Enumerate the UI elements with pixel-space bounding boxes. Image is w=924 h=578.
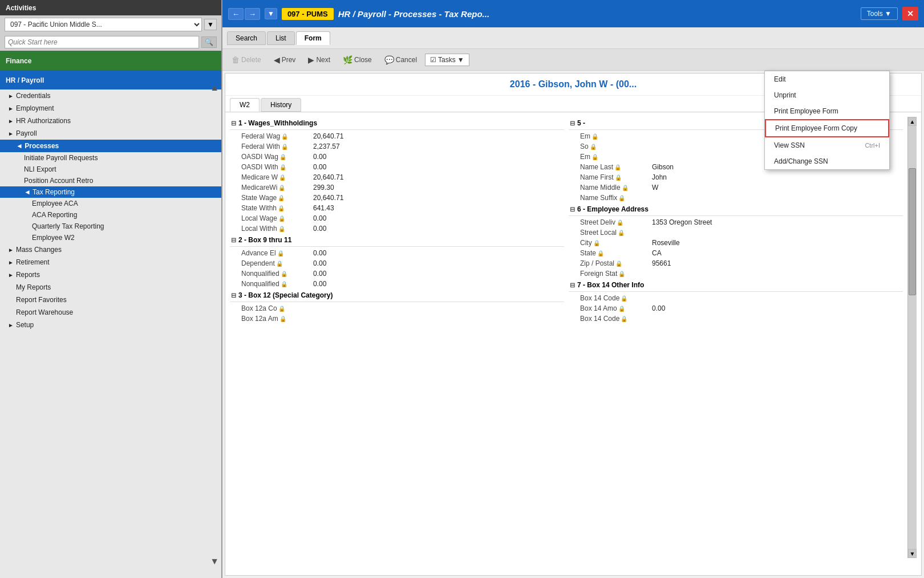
row-city: City 🔒 Roseville (569, 238, 903, 248)
chevron-icon: ► (8, 322, 14, 328)
section-7-header: ⊟ 7 - Box 14 Other Info (569, 279, 903, 292)
row-federal-with: Federal With 🔒 2,237.57 (230, 141, 564, 152)
sidebar-item-reports[interactable]: ► Reports (0, 268, 221, 281)
sidebar-item-quarterly-tax[interactable]: Quarterly Tax Reporting (0, 221, 221, 232)
sidebar-item-report-warehouse[interactable]: Report Warehouse (0, 306, 221, 319)
main-content: ← → ▼ 097 - PUMS HR / Payroll - Processe… (222, 0, 924, 578)
tasks-dropdown-menu: Edit Unprint Print Employee Form Print E… (764, 71, 890, 170)
row-advance-el: Advance El 🔒 0.00 (230, 248, 564, 258)
section-6-toggle[interactable]: ⊟ (570, 206, 575, 213)
scroll-down-button[interactable]: ▼ (908, 549, 917, 558)
page-title: HR / Payroll - Processes - Tax Repo... (338, 9, 856, 19)
dropdown-item-print-employee-form[interactable]: Print Employee Form (765, 103, 889, 119)
sidebar-item-employment[interactable]: ► Employment (0, 102, 221, 115)
sidebar-item-mass-changes[interactable]: ► Mass Changes (0, 243, 221, 256)
activities-label: Activities (6, 4, 36, 12)
sidebar-item-aca-reporting[interactable]: ACA Reporting (0, 209, 221, 221)
row-state: State 🔒 CA (569, 248, 903, 258)
sidebar-item-report-favorites[interactable]: Report Favorites (0, 294, 221, 306)
sidebar-item-tax-reporting[interactable]: ◄ Tax Reporting (0, 186, 221, 198)
row-oasdi-with: OASDI With 🔒 0.00 (230, 162, 564, 172)
scroll-thumb[interactable] (909, 168, 916, 295)
row-box12a-code: Box 12a Co 🔒 (230, 303, 564, 314)
title-dropdown-button[interactable]: ▼ (265, 8, 277, 19)
close-window-button[interactable]: ✕ (902, 7, 918, 21)
sidebar-item-employee-aca[interactable]: Employee ACA (0, 198, 221, 209)
scroll-track[interactable] (908, 126, 917, 549)
scroll-up-button[interactable]: ▲ (908, 117, 917, 126)
dropdown-item-unprint[interactable]: Unprint (765, 87, 889, 103)
sidebar-item-nli-export[interactable]: NLI Export (0, 164, 221, 175)
sidebar-item-processes[interactable]: ◄ Processes (0, 140, 221, 152)
prev-icon: ◀ (274, 55, 280, 64)
next-button[interactable]: ▶ Next (303, 54, 335, 66)
dropdown-item-add-change-ssn[interactable]: Add/Change SSN (765, 153, 889, 169)
quickstart-row: 🔍 (0, 34, 221, 51)
back-button[interactable]: ← (228, 8, 244, 20)
sidebar-item-position-account-retro[interactable]: Position Account Retro (0, 175, 221, 186)
row-local-wage: Local Wage 🔒 0.00 (230, 213, 564, 223)
vertical-scrollbar[interactable]: ▲ ▼ (907, 117, 917, 558)
close-button[interactable]: 🌿 Close (338, 54, 376, 66)
row-medicare-w: Medicare W 🔒 20,640.71 (230, 172, 564, 182)
sidebar-item-credentials[interactable]: ► Credentials (0, 89, 221, 102)
row-street-deliv: Street Deliv 🔒 1353 Oregon Street (569, 217, 903, 227)
row-federal-wage: Federal Wag 🔒 20,640.71 (230, 131, 564, 141)
dropdown-item-view-ssn[interactable]: View SSN Ctrl+I (765, 137, 889, 153)
row-state-wage: State Wage 🔒 20,640.71 (230, 193, 564, 203)
sidebar-item-retirement[interactable]: ► Retirement (0, 256, 221, 268)
section-7-label: 7 - Box 14 Other Info (577, 281, 644, 289)
sidebar-item-employee-w2[interactable]: Employee W2 (0, 232, 221, 243)
section-2-toggle[interactable]: ⊟ (231, 237, 236, 244)
tab-search[interactable]: Search (227, 31, 266, 45)
dropdown-item-print-employee-form-copy[interactable]: Print Employee Form Copy (765, 119, 889, 137)
section-3-toggle[interactable]: ⊟ (231, 292, 236, 299)
sidebar-item-payroll[interactable]: ► Payroll (0, 127, 221, 140)
form-tab-history[interactable]: History (261, 98, 301, 112)
row-street-local: Street Local 🔒 (569, 227, 903, 238)
forward-button[interactable]: → (245, 8, 260, 20)
org-row: 097 - Pacific Union Middle S... ▼ (0, 15, 221, 34)
quickstart-input[interactable] (5, 36, 199, 48)
sidebar-scroll-down-arrow[interactable]: ▼ (210, 556, 219, 567)
tab-toolbar: Search List Form (222, 27, 924, 49)
sidebar-scroll-up-arrow[interactable]: ▲ (210, 83, 219, 93)
sidebar-item-initiate-payroll[interactable]: Initiate Payroll Requests (0, 152, 221, 164)
delete-button[interactable]: 🗑 Delete (227, 54, 266, 66)
chevron-icon: ► (8, 247, 14, 253)
row-state-withh: State Withh 🔒 641.43 (230, 203, 564, 213)
finance-section-header: Finance (0, 51, 221, 70)
org-select[interactable]: 097 - Pacific Union Middle S... (5, 18, 202, 31)
section-3-header: ⊟ 3 - Box 12 (Special Category) (230, 289, 564, 302)
section-1-toggle[interactable]: ⊟ (231, 120, 236, 127)
sidebar-item-hr-auth[interactable]: ► HR Authorizations (0, 115, 221, 127)
tab-list[interactable]: List (267, 31, 295, 45)
cancel-button[interactable]: 💬 Cancel (380, 54, 422, 66)
sidebar-search-btn[interactable]: 🔍 (201, 36, 217, 48)
sidebar-item-my-reports[interactable]: My Reports (0, 281, 221, 294)
section-7-toggle[interactable]: ⊟ (570, 282, 575, 289)
sidebar-item-setup[interactable]: ► Setup (0, 319, 221, 331)
activities-header: Activities (0, 0, 221, 15)
prev-button[interactable]: ◀ Prev (269, 54, 301, 66)
sidebar: Activities 097 - Pacific Union Middle S.… (0, 0, 222, 578)
tasks-button[interactable]: ☑ Tasks ▼ (425, 54, 469, 66)
chevron-icon: ► (8, 272, 14, 278)
tasks-checkbox-icon: ☑ (430, 56, 436, 64)
close-icon: 🌿 (343, 55, 352, 64)
row-name-suffix: Name Suffix 🔒 (569, 193, 903, 203)
delete-icon: 🗑 (232, 55, 240, 64)
row-dependent: Dependent 🔒 0.00 (230, 258, 564, 268)
section-2-label: 2 - Box 9 thru 11 (238, 236, 291, 244)
tools-button[interactable]: Tools ▼ (861, 7, 898, 20)
row-zip: Zip / Postal 🔒 95661 (569, 258, 903, 268)
dropdown-item-edit[interactable]: Edit (765, 71, 889, 87)
org-dropdown-btn[interactable]: ▼ (204, 19, 217, 30)
row-name-first: Name First 🔒 John (569, 172, 903, 182)
chevron-icon: ► (8, 105, 14, 112)
tab-form[interactable]: Form (296, 31, 330, 45)
section-5-toggle[interactable]: ⊟ (570, 120, 575, 127)
form-body: ⊟ 1 - Wages_Withholdings Federal Wag 🔒 2… (225, 112, 921, 563)
form-tab-w2[interactable]: W2 (230, 98, 260, 112)
row-name-middle: Name Middle 🔒 W (569, 182, 903, 193)
